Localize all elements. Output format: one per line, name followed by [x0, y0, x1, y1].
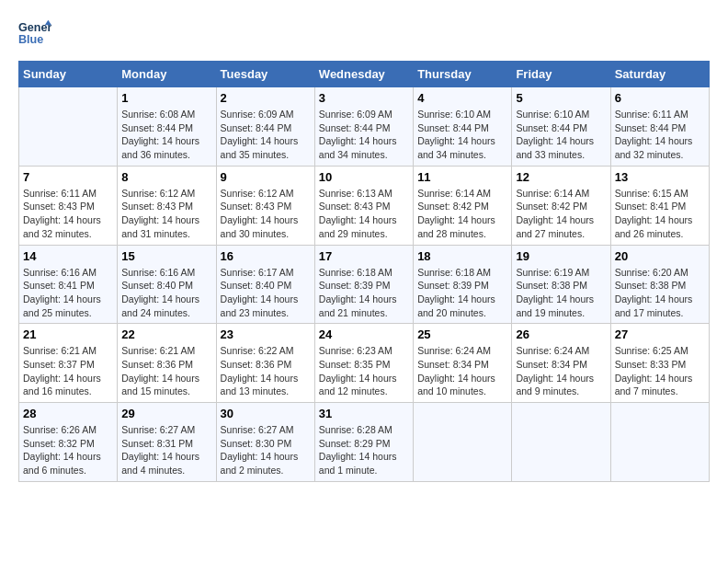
day-number: 23: [221, 327, 311, 341]
day-info: Sunrise: 6:11 AM Sunset: 8:43 PM Dayligh…: [23, 187, 113, 241]
day-info: Sunrise: 6:24 AM Sunset: 8:34 PM Dayligh…: [516, 344, 606, 398]
day-number: 15: [121, 249, 211, 263]
day-info: Sunrise: 6:19 AM Sunset: 8:38 PM Dayligh…: [516, 266, 606, 320]
calendar-cell: [512, 403, 610, 482]
day-number: 20: [615, 249, 705, 263]
day-info: Sunrise: 6:21 AM Sunset: 8:37 PM Dayligh…: [23, 344, 113, 398]
day-info: Sunrise: 6:12 AM Sunset: 8:43 PM Dayligh…: [121, 187, 211, 241]
day-number: 22: [121, 327, 211, 341]
calendar-week-5: 28Sunrise: 6:26 AM Sunset: 8:32 PM Dayli…: [19, 403, 710, 482]
calendar-cell: 13Sunrise: 6:15 AM Sunset: 8:41 PM Dayli…: [610, 166, 709, 245]
day-number: 25: [417, 327, 507, 341]
day-number: 27: [615, 327, 705, 341]
calendar-cell: 19Sunrise: 6:19 AM Sunset: 8:38 PM Dayli…: [512, 245, 610, 324]
day-info: Sunrise: 6:23 AM Sunset: 8:35 PM Dayligh…: [319, 344, 409, 398]
day-info: Sunrise: 6:10 AM Sunset: 8:44 PM Dayligh…: [417, 108, 507, 162]
calendar-cell: [610, 403, 709, 482]
day-info: Sunrise: 6:27 AM Sunset: 8:30 PM Dayligh…: [221, 423, 311, 477]
day-number: 8: [121, 170, 211, 184]
day-number: 21: [23, 327, 113, 341]
calendar-cell: 7Sunrise: 6:11 AM Sunset: 8:43 PM Daylig…: [19, 166, 118, 245]
calendar-cell: 23Sunrise: 6:22 AM Sunset: 8:36 PM Dayli…: [216, 324, 314, 403]
calendar-cell: 2Sunrise: 6:09 AM Sunset: 8:44 PM Daylig…: [216, 87, 314, 167]
day-number: 14: [23, 249, 113, 263]
calendar-cell: 27Sunrise: 6:25 AM Sunset: 8:33 PM Dayli…: [610, 324, 709, 403]
weekday-header-sunday: Sunday: [19, 62, 118, 87]
day-info: Sunrise: 6:28 AM Sunset: 8:29 PM Dayligh…: [319, 423, 409, 477]
calendar-cell: [19, 87, 118, 167]
weekday-header-tuesday: Tuesday: [216, 62, 314, 87]
weekday-header-friday: Friday: [512, 62, 610, 87]
day-info: Sunrise: 6:16 AM Sunset: 8:41 PM Dayligh…: [23, 266, 113, 320]
calendar-cell: 17Sunrise: 6:18 AM Sunset: 8:39 PM Dayli…: [314, 245, 413, 324]
calendar-cell: 25Sunrise: 6:24 AM Sunset: 8:34 PM Dayli…: [414, 324, 512, 403]
calendar-cell: 22Sunrise: 6:21 AM Sunset: 8:36 PM Dayli…: [118, 324, 216, 403]
calendar-week-3: 14Sunrise: 6:16 AM Sunset: 8:41 PM Dayli…: [19, 245, 710, 324]
calendar-cell: 20Sunrise: 6:20 AM Sunset: 8:38 PM Dayli…: [610, 245, 709, 324]
weekday-header-saturday: Saturday: [610, 62, 709, 87]
calendar-cell: 3Sunrise: 6:09 AM Sunset: 8:44 PM Daylig…: [314, 87, 413, 167]
calendar-cell: 18Sunrise: 6:18 AM Sunset: 8:39 PM Dayli…: [414, 245, 512, 324]
calendar-cell: 21Sunrise: 6:21 AM Sunset: 8:37 PM Dayli…: [19, 324, 118, 403]
day-info: Sunrise: 6:13 AM Sunset: 8:43 PM Dayligh…: [319, 187, 409, 241]
day-number: 28: [23, 407, 113, 420]
day-info: Sunrise: 6:14 AM Sunset: 8:42 PM Dayligh…: [417, 187, 507, 241]
day-number: 4: [417, 91, 507, 105]
logo: General Blue: [18, 18, 51, 52]
day-info: Sunrise: 6:11 AM Sunset: 8:44 PM Dayligh…: [615, 108, 705, 162]
day-info: Sunrise: 6:18 AM Sunset: 8:39 PM Dayligh…: [319, 266, 409, 320]
day-number: 19: [516, 249, 606, 263]
calendar-cell: [414, 403, 512, 482]
weekday-header-wednesday: Wednesday: [314, 62, 413, 87]
day-number: 1: [121, 91, 211, 105]
calendar-cell: 9Sunrise: 6:12 AM Sunset: 8:43 PM Daylig…: [216, 166, 314, 245]
calendar-cell: 29Sunrise: 6:27 AM Sunset: 8:31 PM Dayli…: [118, 403, 216, 482]
calendar-cell: 1Sunrise: 6:08 AM Sunset: 8:44 PM Daylig…: [118, 87, 216, 167]
weekday-header-thursday: Thursday: [414, 62, 512, 87]
calendar-cell: 14Sunrise: 6:16 AM Sunset: 8:41 PM Dayli…: [19, 245, 118, 324]
day-number: 9: [221, 170, 311, 184]
day-info: Sunrise: 6:24 AM Sunset: 8:34 PM Dayligh…: [417, 344, 507, 398]
calendar-cell: 24Sunrise: 6:23 AM Sunset: 8:35 PM Dayli…: [314, 324, 413, 403]
day-number: 16: [221, 249, 311, 263]
day-number: 2: [221, 91, 311, 105]
day-number: 10: [319, 170, 409, 184]
day-info: Sunrise: 6:09 AM Sunset: 8:44 PM Dayligh…: [319, 108, 409, 162]
day-number: 11: [417, 170, 507, 184]
day-info: Sunrise: 6:21 AM Sunset: 8:36 PM Dayligh…: [121, 344, 211, 398]
calendar-cell: 8Sunrise: 6:12 AM Sunset: 8:43 PM Daylig…: [118, 166, 216, 245]
calendar-week-2: 7Sunrise: 6:11 AM Sunset: 8:43 PM Daylig…: [19, 166, 710, 245]
day-info: Sunrise: 6:16 AM Sunset: 8:40 PM Dayligh…: [121, 266, 211, 320]
calendar-cell: 6Sunrise: 6:11 AM Sunset: 8:44 PM Daylig…: [610, 87, 709, 167]
day-number: 12: [516, 170, 606, 184]
day-info: Sunrise: 6:10 AM Sunset: 8:44 PM Dayligh…: [516, 108, 606, 162]
calendar-cell: 15Sunrise: 6:16 AM Sunset: 8:40 PM Dayli…: [118, 245, 216, 324]
calendar-cell: 28Sunrise: 6:26 AM Sunset: 8:32 PM Dayli…: [19, 403, 118, 482]
calendar-cell: 5Sunrise: 6:10 AM Sunset: 8:44 PM Daylig…: [512, 87, 610, 167]
svg-text:Blue: Blue: [18, 33, 43, 46]
day-info: Sunrise: 6:09 AM Sunset: 8:44 PM Dayligh…: [221, 108, 311, 162]
day-info: Sunrise: 6:20 AM Sunset: 8:38 PM Dayligh…: [615, 266, 705, 320]
day-number: 3: [319, 91, 409, 105]
day-number: 31: [319, 407, 409, 420]
day-number: 6: [615, 91, 705, 105]
day-info: Sunrise: 6:26 AM Sunset: 8:32 PM Dayligh…: [23, 423, 113, 477]
calendar-header-row: SundayMondayTuesdayWednesdayThursdayFrid…: [19, 62, 710, 87]
calendar-cell: 11Sunrise: 6:14 AM Sunset: 8:42 PM Dayli…: [414, 166, 512, 245]
day-number: 5: [516, 91, 606, 105]
day-info: Sunrise: 6:14 AM Sunset: 8:42 PM Dayligh…: [516, 187, 606, 241]
day-number: 26: [516, 327, 606, 341]
day-info: Sunrise: 6:12 AM Sunset: 8:43 PM Dayligh…: [221, 187, 311, 241]
day-number: 7: [23, 170, 113, 184]
day-number: 13: [615, 170, 705, 184]
day-number: 17: [319, 249, 409, 263]
calendar-week-1: 1Sunrise: 6:08 AM Sunset: 8:44 PM Daylig…: [19, 87, 710, 167]
weekday-header-monday: Monday: [118, 62, 216, 87]
day-info: Sunrise: 6:18 AM Sunset: 8:39 PM Dayligh…: [417, 266, 507, 320]
day-info: Sunrise: 6:08 AM Sunset: 8:44 PM Dayligh…: [121, 108, 211, 162]
day-info: Sunrise: 6:22 AM Sunset: 8:36 PM Dayligh…: [221, 344, 311, 398]
day-number: 24: [319, 327, 409, 341]
day-info: Sunrise: 6:17 AM Sunset: 8:40 PM Dayligh…: [221, 266, 311, 320]
logo-icon: General Blue: [18, 18, 51, 52]
calendar-cell: 4Sunrise: 6:10 AM Sunset: 8:44 PM Daylig…: [414, 87, 512, 167]
